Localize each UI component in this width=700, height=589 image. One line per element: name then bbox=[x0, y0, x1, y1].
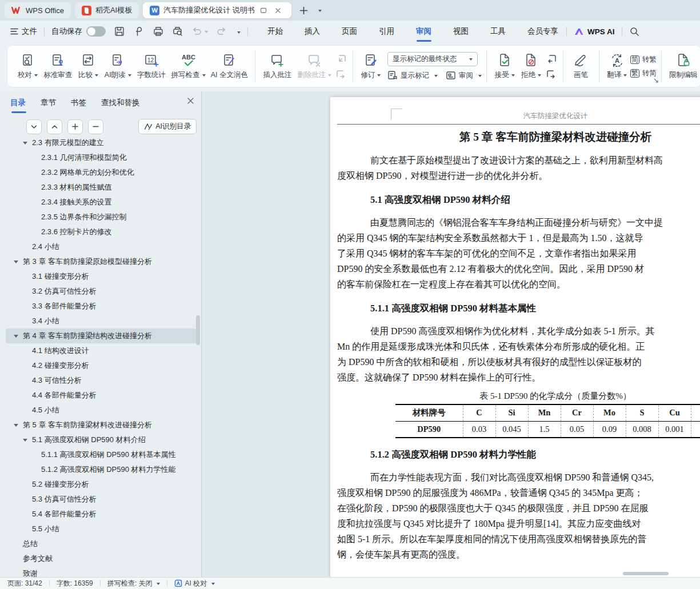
file-menu[interactable]: 文件 bbox=[10, 26, 37, 37]
next-comment-icon[interactable] bbox=[334, 69, 348, 80]
translate-button[interactable]: A 翻译 bbox=[604, 48, 630, 85]
toc-item[interactable]: 3.4 小结 bbox=[6, 314, 197, 328]
standard-review-button[interactable]: 标准审查 bbox=[41, 48, 75, 85]
toc-item[interactable]: 参考文献 bbox=[6, 551, 197, 566]
tab-wps-office[interactable]: WPS Office bbox=[5, 2, 71, 18]
reject-button[interactable]: 拒绝 bbox=[518, 48, 544, 85]
sidebar-tab[interactable]: 章节 bbox=[41, 98, 56, 113]
group-expand-icon[interactable] bbox=[653, 78, 659, 83]
toc-zoom-out-button[interactable] bbox=[88, 119, 103, 134]
tab-window-mode-icon[interactable] bbox=[257, 4, 270, 17]
sidebar-close-icon[interactable] bbox=[187, 97, 194, 105]
ai-polish-button[interactable]: AI 全文润色 bbox=[208, 48, 250, 85]
toc-expand-arrow-icon[interactable] bbox=[14, 335, 18, 340]
toc-item[interactable]: 2.4 小结 bbox=[6, 239, 197, 254]
toc-item[interactable]: 2.3 有限元模型的建立 bbox=[6, 135, 197, 150]
toc-item[interactable]: 5.4 各部件能量分析 bbox=[6, 507, 197, 522]
previous-comment-icon[interactable] bbox=[334, 53, 348, 65]
collapse-ribbon-icon[interactable] bbox=[235, 27, 241, 36]
menu-tab[interactable]: 页面 bbox=[341, 22, 358, 41]
markup-state-select[interactable]: 显示标记的最终状态 bbox=[387, 52, 478, 66]
toc-item[interactable]: 5.2 碰撞变形分析 bbox=[6, 477, 197, 492]
compare-button[interactable]: 比较 bbox=[75, 48, 101, 85]
insert-comment-button[interactable]: 插入批注 bbox=[260, 48, 294, 85]
menu-tab[interactable]: 审阅 bbox=[415, 22, 433, 41]
menu-tab[interactable]: 工具 bbox=[489, 22, 507, 41]
menu-tab[interactable]: 会员专享 bbox=[526, 22, 559, 41]
sidebar-tab[interactable]: 查找和替换 bbox=[101, 98, 140, 113]
previous-change-icon[interactable] bbox=[545, 53, 558, 65]
toc-item[interactable]: 2.3.3 材料的属性赋值 bbox=[6, 180, 197, 195]
tab-docer-template[interactable]: 稻壳AI模板 bbox=[75, 2, 139, 18]
toc-item[interactable]: 2.3.4 接触关系的设置 bbox=[6, 195, 197, 210]
toc-item[interactable]: 2.3.6 控制卡片的修改 bbox=[6, 225, 197, 239]
toc-expand-down-button[interactable] bbox=[26, 119, 42, 134]
toc-expand-arrow-icon[interactable] bbox=[23, 439, 27, 444]
pen-button[interactable]: 画笔 bbox=[568, 48, 594, 85]
toc-expand-arrow-icon[interactable] bbox=[14, 424, 18, 429]
save-icon[interactable] bbox=[114, 26, 125, 37]
next-change-icon[interactable] bbox=[545, 69, 558, 80]
menu-tab[interactable]: 开始 bbox=[266, 22, 284, 41]
track-changes-button[interactable]: 修订 bbox=[358, 48, 384, 85]
accept-button[interactable]: 接受 bbox=[491, 48, 518, 85]
toc-item[interactable]: 5.5 小结 bbox=[6, 522, 197, 536]
toc-item[interactable]: 2.3.1 几何清理和模型简化 bbox=[6, 150, 197, 165]
spell-check-button[interactable]: ABC 拼写检查 bbox=[169, 48, 208, 85]
toc-item[interactable]: 5.1.1 高强度双相钢 DP590 材料基本属性 bbox=[6, 447, 197, 462]
menu-tab[interactable]: 引用 bbox=[378, 22, 395, 41]
toc-item[interactable]: 3.3 各部件能量分析 bbox=[6, 299, 197, 314]
spellcheck-status[interactable]: 拼写检查: 关闭 bbox=[107, 579, 161, 588]
print-preview-icon[interactable] bbox=[172, 26, 183, 37]
menu-tab[interactable]: 插入 bbox=[303, 22, 321, 41]
traditional-to-simplified-button[interactable]: 繁 转简 bbox=[630, 69, 657, 78]
simplified-to-traditional-button[interactable]: 简 转繁 bbox=[630, 55, 657, 65]
toc-item[interactable]: 4.2 碰撞变形分析 bbox=[6, 358, 197, 373]
proofread-button[interactable]: 校对 bbox=[14, 48, 41, 85]
ai-recognize-toc-button[interactable]: AI识别目录 bbox=[138, 119, 197, 134]
horizontal-scrollbar-thumb[interactable] bbox=[623, 572, 669, 575]
tab-document-active[interactable]: W 汽车防撞梁优化设计 说明书 bbox=[143, 2, 291, 18]
toc-collapse-up-button[interactable] bbox=[47, 119, 62, 134]
show-markup-button[interactable]: 显示标记 bbox=[387, 70, 438, 81]
toc-item[interactable]: 5.1.2 高强度双相钢 DP590 材料力学性能 bbox=[6, 462, 197, 477]
ai-proofread-control[interactable]: AI 校对 bbox=[174, 579, 215, 588]
export-pdf-icon[interactable] bbox=[133, 26, 145, 37]
toc-item[interactable]: 4.4 各部件能量分析 bbox=[6, 388, 197, 403]
tab-list-dropdown-icon[interactable] bbox=[313, 4, 325, 17]
tab-close-icon[interactable] bbox=[272, 4, 285, 17]
redo-icon[interactable] bbox=[216, 26, 227, 37]
menu-tab[interactable]: 视图 bbox=[452, 22, 470, 41]
document-page[interactable]: 汽车防撞梁优化设计 第 5 章 客车前防撞梁材料改进碰撞分析 前文在基于原始模型… bbox=[330, 97, 700, 577]
toc-item[interactable]: 致谢 bbox=[6, 566, 197, 577]
undo-icon[interactable] bbox=[191, 26, 208, 37]
toc-item[interactable]: 2.3.5 边界条件和沙漏控制 bbox=[6, 210, 197, 225]
delete-comment-button[interactable]: 删除批注 bbox=[294, 48, 334, 85]
autosave-toggle[interactable] bbox=[86, 26, 106, 37]
toc-item[interactable]: 3.2 仿真可信性分析 bbox=[6, 284, 197, 299]
toc-expand-arrow-icon[interactable] bbox=[14, 261, 18, 266]
toc-item[interactable]: 4.1 结构改进设计 bbox=[6, 343, 197, 358]
toc-item[interactable]: 5.1 高强度双相钢 DP590 材料介绍 bbox=[6, 432, 197, 447]
sidebar-tab[interactable]: 书签 bbox=[71, 98, 86, 113]
word-count-button[interactable]: 12 字数统计 bbox=[134, 48, 169, 85]
toc-item[interactable]: 第 4 章 客车前防撞梁结构改进碰撞分析 bbox=[6, 328, 197, 343]
print-icon[interactable] bbox=[153, 26, 164, 37]
toc-item[interactable]: 2.3.2 网格单元的划分和优化 bbox=[6, 165, 197, 180]
toc-item[interactable]: 第 3 章 客车前防撞梁原始模型碰撞分析 bbox=[6, 254, 197, 269]
toc-item[interactable]: 4.3 可信性分析 bbox=[6, 373, 197, 388]
toc-item[interactable]: 5.3 仿真可信性分析 bbox=[6, 492, 197, 507]
toc-expand-arrow-icon[interactable] bbox=[23, 142, 27, 147]
search-icon[interactable] bbox=[629, 26, 639, 37]
toc-item[interactable]: 第 5 章 客车前防撞梁材料改进碰撞分析 bbox=[6, 418, 197, 432]
toc-item[interactable]: 总结 bbox=[6, 536, 197, 551]
new-tab-button[interactable] bbox=[298, 4, 310, 17]
ai-read-button[interactable]: AI朗读 bbox=[102, 48, 134, 85]
sidebar-tab[interactable]: 目录 bbox=[10, 98, 26, 113]
wps-ai-menu[interactable]: WPS AI bbox=[574, 27, 615, 36]
restrict-editing-button[interactable]: 限制编辑 bbox=[666, 48, 700, 85]
toc-zoom-in-button[interactable] bbox=[67, 119, 83, 134]
toc-item[interactable]: 4.5 小结 bbox=[6, 403, 197, 418]
sidebar-scrollbar-thumb[interactable] bbox=[196, 315, 200, 345]
toc-item[interactable]: 3.1 碰撞变形分析 bbox=[6, 269, 197, 284]
